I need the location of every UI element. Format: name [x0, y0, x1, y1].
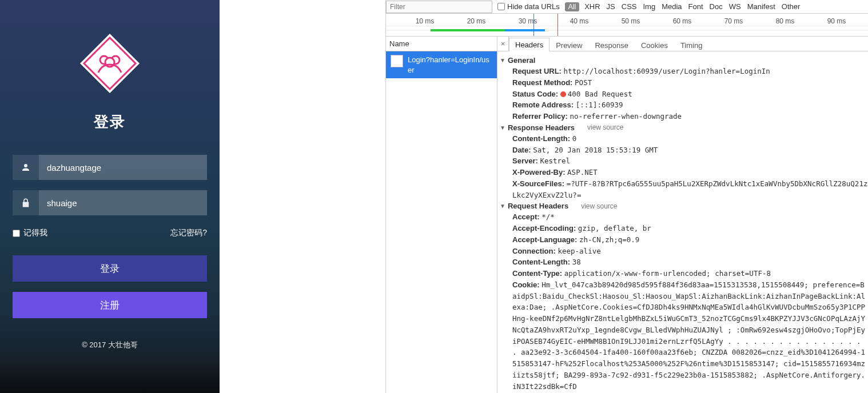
username-input[interactable]: [39, 155, 207, 180]
timeline-tick: 90 ms: [827, 17, 846, 25]
filter-type-xhr[interactable]: XHR: [584, 2, 600, 11]
login-footer-gradient: [0, 362, 220, 393]
view-source-link[interactable]: view source: [581, 202, 617, 210]
header-row: Request Method: POST: [500, 77, 868, 89]
login-panel: 登录 记得我 忘记密码? 登录 注册 © 2017 大壮他哥: [0, 0, 220, 393]
timeline-tick: 30 ms: [519, 17, 537, 25]
header-row: Accept-Language: zh-CN,zh;q=0.9: [500, 234, 868, 246]
filter-type-font[interactable]: Font: [688, 2, 703, 11]
section-request-headers[interactable]: Request Headersview source: [500, 200, 868, 211]
section-general[interactable]: General: [500, 55, 868, 66]
filter-type-js[interactable]: JS: [607, 2, 615, 11]
timeline-tick: 20 ms: [467, 17, 486, 25]
header-row: Request URL: http://localhost:60939/user…: [500, 66, 868, 77]
forgot-password-link[interactable]: 忘记密码?: [170, 228, 207, 238]
filter-type-img[interactable]: Img: [643, 2, 655, 11]
timeline-tick: 60 ms: [673, 17, 692, 25]
header-row: Connection: keep-alive: [500, 246, 868, 257]
register-button[interactable]: 注册: [13, 292, 207, 318]
header-row: Date: Sat, 20 Jan 2018 15:53:19 GMT: [500, 145, 868, 156]
header-row: Referrer Policy: no-referrer-when-downgr…: [500, 111, 868, 122]
filter-type-media[interactable]: Media: [662, 2, 682, 11]
view-source-link[interactable]: view source: [587, 123, 623, 131]
request-thumb-icon: [391, 55, 403, 67]
password-input[interactable]: [39, 190, 207, 215]
tab-response[interactable]: Response: [588, 38, 635, 51]
remember-me[interactable]: 记得我: [13, 228, 47, 238]
network-filter-bar: Hide data URLs All XHRJSCSSImgMediaFontD…: [386, 0, 868, 14]
tab-headers[interactable]: Headers: [509, 38, 550, 51]
login-title: 登录: [94, 112, 126, 132]
devtools-panel: Hide data URLs All XHRJSCSSImgMediaFontD…: [385, 0, 868, 393]
lock-icon: [13, 190, 39, 215]
login-button[interactable]: 登录: [13, 255, 207, 282]
details-pane[interactable]: GeneralRequest URL: http://localhost:609…: [497, 51, 868, 393]
timeline-tick: 50 ms: [622, 17, 640, 25]
filter-type-other[interactable]: Other: [782, 2, 801, 11]
tab-timing[interactable]: Timing: [674, 38, 709, 51]
header-row: Cookie: Hm_lvt_047ca3b89420d985d595f884f…: [500, 279, 868, 392]
header-row: Content-Type: application/x-www-form-url…: [500, 268, 868, 279]
timeline-tick: 40 ms: [570, 17, 589, 25]
status-dot-icon: [560, 91, 566, 97]
timeline-tick: 70 ms: [724, 17, 743, 25]
filter-type-ws[interactable]: WS: [729, 2, 741, 11]
name-column-header[interactable]: Name: [386, 37, 497, 51]
request-name-text: Login?hanler=LoginIn/user: [408, 55, 492, 75]
close-details-button[interactable]: ×: [497, 37, 509, 51]
header-row: Server: Kestrel: [500, 155, 868, 167]
header-row: Accept-Encoding: gzip, deflate, br: [500, 223, 868, 234]
filter-type-doc[interactable]: Doc: [710, 2, 723, 11]
header-row: Content-Length: 38: [500, 256, 868, 268]
hide-data-urls-checkbox[interactable]: [497, 3, 505, 10]
app-logo: [78, 32, 141, 95]
user-icon: [13, 155, 39, 180]
hide-data-urls[interactable]: Hide data URLs: [497, 2, 560, 11]
filter-type-all[interactable]: All: [565, 2, 579, 11]
remember-label: 记得我: [23, 228, 47, 238]
filter-input[interactable]: [386, 1, 492, 13]
section-response-headers[interactable]: Response Headersview source: [500, 122, 868, 133]
header-row: Accept: */*: [500, 211, 868, 223]
header-row: Status Code: 400 Bad Request: [500, 89, 868, 100]
header-row: X-SourceFiles: =?UTF-8?B?RTpc6aG555uu5pa…: [500, 178, 868, 201]
tab-cookies[interactable]: Cookies: [635, 38, 674, 51]
remember-checkbox[interactable]: [13, 230, 20, 237]
timeline-tick: 80 ms: [776, 17, 795, 25]
network-header-row: Name × HeadersPreviewResponseCookiesTimi…: [386, 37, 868, 51]
details-tabs: HeadersPreviewResponseCookiesTiming: [509, 37, 708, 51]
requests-list: Login?hanler=LoginIn/user: [386, 51, 497, 393]
password-row: [13, 190, 207, 215]
tab-preview[interactable]: Preview: [550, 38, 588, 51]
header-row: Remote Address: [::1]:60939: [500, 99, 868, 111]
filter-type-manifest[interactable]: Manifest: [747, 2, 775, 11]
copyright: © 2017 大壮他哥: [82, 340, 138, 350]
filter-type-css[interactable]: CSS: [622, 2, 637, 11]
header-row: X-Powered-By: ASP.NET: [500, 167, 868, 178]
request-item[interactable]: Login?hanler=LoginIn/user: [386, 51, 497, 78]
network-timeline[interactable]: 10 ms20 ms30 ms40 ms50 ms60 ms70 ms80 ms…: [386, 14, 868, 37]
header-row: Content-Length: 0: [500, 133, 868, 145]
username-row: [13, 155, 207, 180]
spacer: [220, 0, 385, 393]
timeline-tick: 10 ms: [416, 17, 435, 25]
